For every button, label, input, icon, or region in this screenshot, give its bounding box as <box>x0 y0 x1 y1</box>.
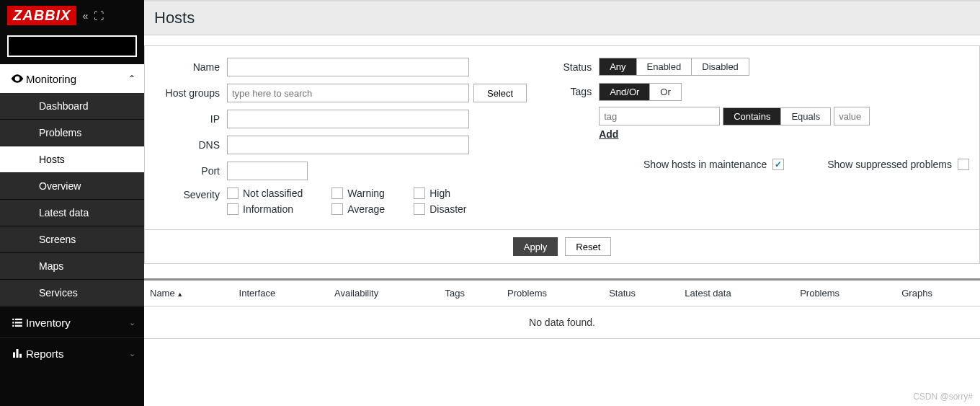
label-name: Name <box>155 61 227 73</box>
chk-disaster[interactable] <box>414 203 425 215</box>
label-host-groups: Host groups <box>155 87 227 99</box>
tag-value-input[interactable] <box>834 107 870 125</box>
chk-suppressed[interactable] <box>958 159 969 170</box>
kiosk-icon[interactable]: ⛶ <box>94 10 104 22</box>
nav-monitoring: Monitoring ⌃ Dashboard Problems Hosts Ov… <box>0 64 144 306</box>
sidebar-item-services[interactable]: Services <box>0 280 144 306</box>
label-suppressed: Show suppressed problems <box>827 159 952 170</box>
no-data: No data found. <box>144 306 980 339</box>
nav-head-reports[interactable]: Reports ⌄ <box>0 337 144 369</box>
chk-maintenance[interactable] <box>772 159 784 170</box>
nav-label-inventory: Inventory <box>26 317 129 329</box>
dns-input[interactable] <box>227 136 469 154</box>
svg-rect-2 <box>12 319 14 320</box>
bar-icon <box>9 347 26 360</box>
label-port: Port <box>155 165 227 177</box>
page-title: Hosts <box>154 9 970 27</box>
col-problems[interactable]: Problems <box>502 281 603 306</box>
chk-information[interactable] <box>227 203 239 215</box>
nav-label-monitoring: Monitoring <box>26 73 128 85</box>
search-wrap <box>0 31 144 64</box>
col-problems2[interactable]: Problems <box>794 281 896 306</box>
sidebar-item-latest-data[interactable]: Latest data <box>0 200 144 226</box>
filter-footer: Apply Reset <box>145 229 979 263</box>
sidebar-item-maps[interactable]: Maps <box>0 253 144 280</box>
nav-label-reports: Reports <box>26 348 129 360</box>
apply-button[interactable]: Apply <box>513 237 558 256</box>
logo: ZABBIX <box>7 6 76 25</box>
col-tags[interactable]: Tags <box>440 281 502 306</box>
watermark: CSDN @sorry# <box>913 392 973 402</box>
sev-average: Average <box>347 203 385 215</box>
svg-rect-3 <box>15 319 22 320</box>
svg-rect-6 <box>12 325 14 327</box>
sidebar-item-dashboard[interactable]: Dashboard <box>0 93 144 120</box>
sidebar-item-problems[interactable]: Problems <box>0 120 144 146</box>
reset-button[interactable]: Reset <box>565 237 611 256</box>
svg-rect-9 <box>17 349 19 358</box>
svg-rect-10 <box>19 354 22 358</box>
select-button[interactable]: Select <box>473 84 527 102</box>
chk-high[interactable] <box>414 187 425 199</box>
chevron-up-icon: ⌃ <box>128 74 135 84</box>
sev-information: Information <box>243 203 293 215</box>
sev-not-classified: Not classified <box>243 187 303 199</box>
filter-box: Name Host groups Select IP DNS <box>144 45 980 264</box>
tag-mode-or[interactable]: Or <box>650 84 680 100</box>
name-input[interactable] <box>227 58 469 76</box>
sev-high: High <box>429 187 450 199</box>
label-severity: Severity <box>155 187 227 200</box>
sidebar-header: ZABBIX « ⛶ <box>0 0 144 31</box>
col-availability[interactable]: Availability <box>329 281 440 306</box>
search-box <box>7 35 137 57</box>
svg-rect-4 <box>12 322 14 323</box>
chevron-down-icon: ⌄ <box>129 318 135 327</box>
col-status[interactable]: Status <box>603 281 679 306</box>
chevron-down-icon: ⌄ <box>129 349 135 358</box>
tag-mode-segment: And/Or Or <box>599 83 682 101</box>
label-tags: Tags <box>556 83 599 97</box>
sev-warning: Warning <box>347 187 385 199</box>
search-input[interactable] <box>9 38 139 55</box>
label-status: Status <box>556 61 599 73</box>
sidebar-item-screens[interactable]: Screens <box>0 226 144 253</box>
chk-not-classified[interactable] <box>227 187 239 199</box>
status-enabled[interactable]: Enabled <box>637 58 692 75</box>
chk-average[interactable] <box>331 203 343 215</box>
main: Hosts Name Host groups Select IP <box>144 0 980 406</box>
label-maintenance: Show hosts in maintenance <box>643 159 767 170</box>
status-any[interactable]: Any <box>600 58 636 75</box>
ip-input[interactable] <box>227 110 469 128</box>
tag-name-input[interactable] <box>599 107 720 125</box>
topbar: Hosts <box>144 0 980 35</box>
label-dns: DNS <box>155 139 227 151</box>
nav-head-monitoring[interactable]: Monitoring ⌃ <box>0 64 144 93</box>
eye-icon <box>9 71 26 86</box>
collapse-icon[interactable]: « <box>82 10 88 22</box>
nav-head-inventory[interactable]: Inventory ⌄ <box>0 306 144 337</box>
status-disabled[interactable]: Disabled <box>692 58 749 75</box>
tag-op-contains[interactable]: Contains <box>723 108 781 125</box>
sidebar: ZABBIX « ⛶ Monitoring ⌃ Dashboard <box>0 0 144 406</box>
col-graphs[interactable]: Graphs <box>896 281 980 306</box>
svg-rect-8 <box>13 353 15 358</box>
port-input[interactable] <box>227 162 308 180</box>
add-tag-link[interactable]: Add <box>599 128 870 140</box>
nav-items-monitoring: Dashboard Problems Hosts Overview Latest… <box>0 93 144 306</box>
sidebar-item-hosts[interactable]: Hosts <box>0 146 144 173</box>
status-segment: Any Enabled Disabled <box>599 58 749 76</box>
col-interface[interactable]: Interface <box>233 281 329 306</box>
chk-warning[interactable] <box>331 187 343 199</box>
list-icon <box>9 316 26 329</box>
sidebar-item-overview[interactable]: Overview <box>0 173 144 200</box>
tag-op-equals[interactable]: Equals <box>781 108 830 125</box>
tag-op-segment: Contains Equals <box>723 107 831 125</box>
svg-rect-7 <box>15 325 22 327</box>
host-groups-input[interactable] <box>227 84 469 102</box>
tag-mode-andor[interactable]: And/Or <box>600 84 650 100</box>
col-latest-data[interactable]: Latest data <box>679 281 794 306</box>
col-name[interactable]: Name <box>144 281 233 306</box>
sev-disaster: Disaster <box>429 203 466 215</box>
hosts-table: Name Interface Availability Tags Problem… <box>144 278 980 339</box>
label-ip: IP <box>155 113 227 125</box>
